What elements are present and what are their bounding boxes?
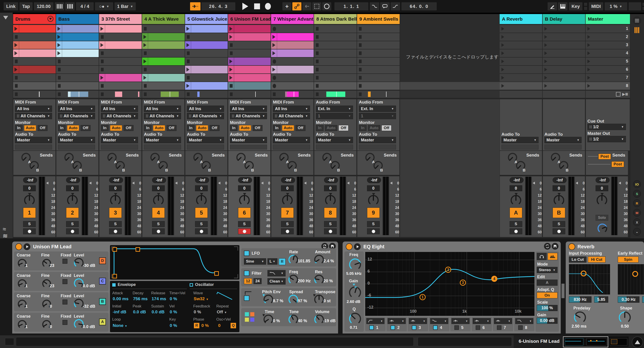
volume-field[interactable]: -Inf: [324, 177, 338, 183]
band-enable-checkbox[interactable]: [497, 325, 502, 330]
rate-value[interactable]: 101.85: [298, 259, 310, 263]
fixed-checkbox[interactable]: [62, 320, 68, 325]
output-menu[interactable]: Master▼: [101, 137, 138, 143]
clip-play-icon[interactable]: [14, 43, 18, 47]
clip-slot[interactable]: [357, 74, 400, 82]
input-filter-display[interactable]: [569, 264, 610, 294]
input-channel-menu[interactable]: All Channels▼: [230, 113, 267, 119]
monitor-in-button[interactable]: In: [316, 125, 324, 131]
arm-button[interactable]: [23, 228, 36, 234]
return-slot[interactable]: [500, 41, 542, 49]
filter-freq-knob[interactable]: [288, 274, 299, 285]
clip-slot[interactable]: [185, 49, 228, 57]
slot-stop-icon[interactable]: [187, 60, 190, 63]
monitor-off-button[interactable]: Off: [124, 125, 134, 131]
return-slot[interactable]: [543, 82, 585, 90]
band-enable-checkbox[interactable]: [369, 325, 374, 330]
scene-fire-icon[interactable]: [588, 43, 590, 47]
predelay-knob[interactable]: [574, 311, 586, 324]
punch-in-field[interactable]: 1. 1. 1: [334, 2, 368, 11]
clip-play-icon[interactable]: [144, 76, 146, 80]
return-slot[interactable]: [500, 33, 542, 41]
device-on-toggle[interactable]: [346, 243, 352, 250]
pan-field[interactable]: 0: [195, 185, 208, 191]
track-delay-field[interactable]: [316, 144, 353, 149]
scene-fire-icon[interactable]: [588, 35, 590, 39]
time-signature-field[interactable]: 4 / 4: [76, 2, 94, 11]
track-header-7[interactable]: 7 Whisper Advant: [271, 14, 314, 24]
scene-slot-6[interactable]: 6: [586, 66, 630, 73]
clip-slot[interactable]: [357, 33, 400, 41]
clip-play-icon[interactable]: [14, 27, 18, 31]
track-header-2[interactable]: Bass: [56, 14, 99, 24]
band-enable-checkbox[interactable]: [518, 325, 523, 330]
clip-play-icon[interactable]: [230, 59, 232, 63]
track-delay-field[interactable]: [273, 144, 310, 149]
pan-field[interactable]: 0: [109, 185, 122, 191]
clip-slot[interactable]: [185, 82, 228, 90]
draw-mode-button[interactable]: [312, 2, 321, 11]
level-knob[interactable]: [73, 318, 84, 329]
slot-stop-icon[interactable]: [359, 60, 362, 63]
output-menu[interactable]: Master▼: [15, 137, 52, 143]
slot-stop-icon[interactable]: [58, 68, 61, 71]
slot-stop-icon[interactable]: [15, 60, 18, 63]
pan-knob[interactable]: [282, 194, 293, 206]
clip-slot[interactable]: [13, 82, 56, 90]
clip-play-icon[interactable]: [272, 51, 276, 55]
fine-value[interactable]: 0: [50, 324, 52, 329]
level-value[interactable]: 0.0 dB: [83, 284, 95, 288]
slot-stop-icon[interactable]: [359, 43, 362, 47]
volume-field[interactable]: -Inf: [238, 177, 252, 183]
clip-slot[interactable]: [142, 66, 185, 73]
track-status-strip[interactable]: [228, 91, 271, 98]
output-gain-value[interactable]: 0.00 dB: [537, 318, 558, 324]
track-header-6[interactable]: 6 Unison FM Lead: [228, 14, 271, 24]
slot-stop-icon[interactable]: [101, 84, 104, 88]
pan-field[interactable]: 0: [66, 185, 79, 191]
clip-slot[interactable]: [13, 74, 56, 82]
clip-slot[interactable]: [357, 58, 400, 65]
clip-slot[interactable]: [56, 82, 99, 90]
band-enable-checkbox[interactable]: [412, 325, 416, 330]
coarse-value[interactable]: 1: [25, 284, 28, 288]
clip-slot[interactable]: [56, 41, 99, 49]
input-channel-menu[interactable]: All Channels▼: [58, 113, 95, 119]
clip-slot[interactable]: [314, 25, 356, 33]
input-type-menu[interactable]: All Ins▼: [230, 106, 267, 112]
slot-record-icon[interactable]: [273, 27, 276, 31]
slot-stop-icon[interactable]: [58, 60, 61, 63]
operator-select-A[interactable]: A: [99, 318, 106, 325]
clip-slot[interactable]: [142, 82, 185, 90]
nudge-up-icon[interactable]: [65, 2, 75, 11]
clip-play-icon[interactable]: [100, 27, 104, 31]
solo-button[interactable]: S: [238, 221, 251, 227]
level-value[interactable]: -32 dB: [83, 304, 95, 309]
scene-slot-1[interactable]: 1: [586, 25, 630, 33]
clip-play-icon[interactable]: [230, 27, 232, 31]
band-type-menu[interactable]: ▼: [388, 318, 406, 324]
operator-select-C[interactable]: C: [99, 278, 106, 285]
monitor-in-button[interactable]: In: [58, 125, 66, 131]
clip-play-icon[interactable]: [144, 35, 146, 39]
pan-knob[interactable]: [596, 194, 608, 206]
clip-slot[interactable]: [271, 66, 314, 73]
return-slot[interactable]: [543, 33, 585, 41]
clip-slot[interactable]: [56, 74, 99, 82]
clip-slot[interactable]: [228, 58, 271, 65]
slot-stop-icon[interactable]: [359, 51, 362, 55]
clip-slot[interactable]: [228, 66, 271, 73]
return-slot[interactable]: [500, 74, 542, 82]
clip-slot[interactable]: [56, 66, 99, 73]
clip-play-icon[interactable]: [14, 68, 18, 72]
mode-menu[interactable]: Stereo▼: [537, 267, 558, 273]
clip-slot[interactable]: [357, 49, 400, 57]
pan-field[interactable]: 0: [510, 185, 522, 191]
track-delay-field[interactable]: [144, 144, 181, 149]
track-activator-button[interactable]: 8: [324, 208, 337, 218]
pan-knob[interactable]: [196, 194, 207, 206]
clip-slot[interactable]: [228, 74, 271, 82]
slot-stop-icon[interactable]: [187, 35, 190, 39]
clip-play-icon[interactable]: [58, 51, 60, 55]
operator-grid-icon[interactable]: [245, 318, 249, 322]
